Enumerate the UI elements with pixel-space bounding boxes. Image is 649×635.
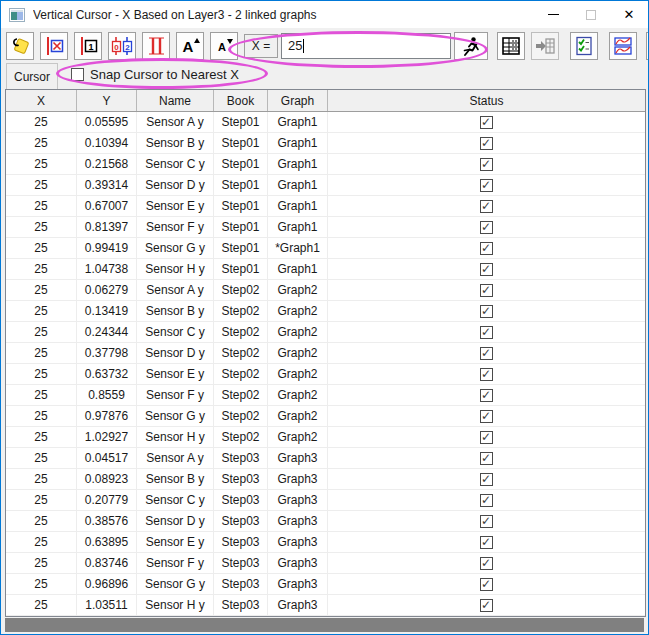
status-checkbox[interactable] [480,158,493,171]
status-checkbox[interactable] [480,515,493,528]
tab-cursor[interactable]: Cursor [6,63,58,89]
table-row[interactable]: 25 0.96896 Sensor G y Step03 Graph3 [6,574,645,595]
cell-x: 25 [6,406,77,426]
status-checkbox[interactable] [480,494,493,507]
cell-y: 0.97876 [77,406,137,426]
column-header-graph[interactable]: Graph [268,90,328,111]
cell-book: Step02 [214,322,268,342]
bottom-scrollbar[interactable] [5,618,644,632]
table-row[interactable]: 25 0.63895 Sensor E y Step03 Graph3 [6,532,645,553]
table-row[interactable]: 25 1.03511 Sensor H y Step03 Graph3 [6,595,645,616]
cursor-0-2-button[interactable]: 0 2 [108,32,136,60]
status-checkbox[interactable] [480,452,493,465]
status-checkbox[interactable] [480,221,493,234]
table-row[interactable]: 25 0.63732 Sensor E y Step02 Graph2 [6,364,645,385]
status-checkbox[interactable] [480,557,493,570]
delete-cursor-button[interactable] [40,32,68,60]
table-row[interactable]: 25 0.99419 Sensor G y Step01 *Graph1 [6,238,645,259]
cursor-1-button[interactable]: 1 [74,32,102,60]
status-checkbox[interactable] [480,347,493,360]
table-row[interactable]: 25 1.04738 Sensor H y Step01 Graph1 [6,259,645,280]
svg-text:1: 1 [88,41,93,51]
table-row[interactable]: 25 0.37798 Sensor D y Step02 Graph2 [6,343,645,364]
table-row[interactable]: 25 0.10394 Sensor B y Step01 Graph1 [6,133,645,154]
table-row[interactable]: 25 0.20779 Sensor C y Step03 Graph3 [6,490,645,511]
status-checkbox[interactable] [480,263,493,276]
cell-book: Step03 [214,532,268,552]
cell-graph: Graph2 [268,280,328,300]
cell-book: Step02 [214,385,268,405]
cell-book: Step01 [214,238,268,258]
maximize-button[interactable] [572,1,610,28]
status-checkbox[interactable] [480,368,493,381]
status-checkbox[interactable] [480,473,493,486]
table-row[interactable]: 25 0.38576 Sensor D y Step03 Graph3 [6,511,645,532]
linked-graphs-button[interactable] [609,32,637,60]
font-decrease-button[interactable]: A [210,32,238,60]
status-checkbox[interactable] [480,410,493,423]
column-header-y[interactable]: Y [77,90,137,111]
table-row[interactable]: 25 0.8559 Sensor F y Step02 Graph2 [6,385,645,406]
status-checkbox[interactable] [480,137,493,150]
table-row[interactable]: 25 0.97876 Sensor G y Step02 Graph2 [6,406,645,427]
table-row[interactable]: 25 0.21568 Sensor C y Step01 Graph1 [6,154,645,175]
column-header-book[interactable]: Book [214,90,268,111]
close-button[interactable]: ✕ [610,1,648,28]
column-header-status[interactable]: Status [328,90,645,111]
cell-book: Step02 [214,427,268,447]
table-row[interactable]: 25 0.13419 Sensor B y Step02 Graph2 [6,301,645,322]
table-row[interactable]: 25 1.02927 Sensor H y Step02 Graph2 [6,427,645,448]
status-checkbox[interactable] [480,389,493,402]
cell-graph: Graph2 [268,406,328,426]
table-view-button[interactable] [497,32,525,60]
cell-book: Step02 [214,343,268,363]
minimize-button[interactable] [534,1,572,28]
cell-graph: Graph1 [268,259,328,279]
cell-x: 25 [6,574,77,594]
run-button[interactable] [454,32,488,60]
status-checkbox[interactable] [480,431,493,444]
minimize-icon [548,14,559,15]
snap-checkbox[interactable] [71,68,84,81]
preferences-checklist-button[interactable] [570,32,598,60]
table-row[interactable]: 25 0.39314 Sensor D y Step01 Graph1 [6,175,645,196]
column-header-x[interactable]: X [6,90,77,111]
cell-name: Sensor A y [137,112,214,132]
status-checkbox[interactable] [480,578,493,591]
cell-graph: Graph2 [268,322,328,342]
font-increase-button[interactable]: A [176,32,204,60]
x-value-input[interactable]: 25 [281,33,451,59]
table-row[interactable]: 25 0.83746 Sensor F y Step03 Graph3 [6,553,645,574]
table-row[interactable]: 25 0.67007 Sensor E y Step01 Graph1 [6,196,645,217]
status-checkbox[interactable] [480,536,493,549]
goto-table-button[interactable] [531,32,559,60]
cell-name: Sensor D y [137,343,214,363]
status-checkbox[interactable] [480,179,493,192]
cell-graph: Graph1 [268,154,328,174]
table-row[interactable]: 25 0.05595 Sensor A y Step01 Graph1 [6,112,645,133]
status-checkbox[interactable] [480,326,493,339]
cell-y: 1.03511 [77,595,137,615]
status-checkbox[interactable] [480,305,493,318]
status-checkbox[interactable] [480,284,493,297]
toolbar: 1 0 2 [1,28,648,63]
status-checkbox[interactable] [480,116,493,129]
cell-book: Step03 [214,574,268,594]
cell-x: 25 [6,490,77,510]
column-header-name[interactable]: Name [137,90,214,111]
table-row[interactable]: 25 0.81397 Sensor F y Step01 Graph1 [6,217,645,238]
table-row[interactable]: 25 0.08923 Sensor B y Step03 Graph3 [6,469,645,490]
title-bar[interactable]: Vertical Cursor - X Based on Layer3 - 2 … [1,1,648,28]
cell-y: 0.04517 [77,448,137,468]
status-checkbox[interactable] [480,599,493,612]
annotation-tag-button[interactable] [6,32,34,60]
status-checkbox[interactable] [480,200,493,213]
paired-cursors-button[interactable] [142,32,170,60]
cell-y: 0.99419 [77,238,137,258]
cell-book: Step01 [214,175,268,195]
cell-name: Sensor F y [137,217,214,237]
table-row[interactable]: 25 0.04517 Sensor A y Step03 Graph3 [6,448,645,469]
status-checkbox[interactable] [480,242,493,255]
table-row[interactable]: 25 0.06279 Sensor A y Step02 Graph2 [6,280,645,301]
table-row[interactable]: 25 0.24344 Sensor C y Step02 Graph2 [6,322,645,343]
